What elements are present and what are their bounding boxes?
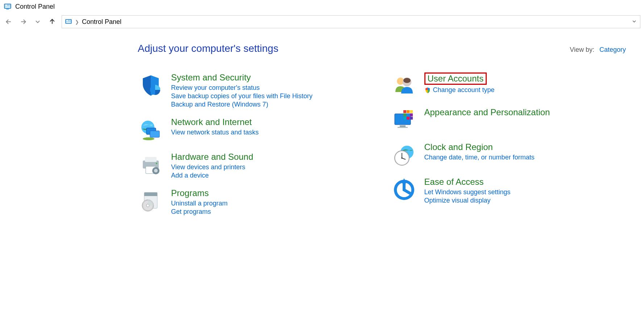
title-bar: Control Panel <box>0 0 644 13</box>
category-link-text: Optimize visual display <box>424 197 491 204</box>
category-title[interactable]: Network and Internet <box>171 117 252 127</box>
category-body: ProgramsUninstall a programGet programs <box>171 188 228 216</box>
category-item: Hardware and SoundView devices and print… <box>138 152 377 179</box>
category-links: Change date, time, or number formats <box>424 154 535 161</box>
category-link[interactable]: View devices and printers <box>171 163 253 171</box>
control-panel-icon <box>65 18 72 25</box>
category-link-text: Add a device <box>171 172 209 179</box>
category-item: Clock and RegionChange date, time, or nu… <box>391 142 630 168</box>
category-link-text: View devices and printers <box>171 163 245 171</box>
svg-point-13 <box>143 137 154 140</box>
category-links: Let Windows suggest settingsOptimize vis… <box>424 188 511 204</box>
category-link[interactable]: Optimize visual display <box>424 197 511 204</box>
category-links: View devices and printersAdd a device <box>171 163 253 179</box>
up-button[interactable] <box>47 17 57 27</box>
category-title[interactable]: Ease of Access <box>424 177 484 187</box>
address-dropdown-button[interactable] <box>631 18 637 25</box>
personalization-icon[interactable] <box>391 107 417 133</box>
content-area: Adjust your computer's settings View by:… <box>0 32 644 239</box>
svg-rect-37 <box>407 113 410 116</box>
category-link-text: Uninstall a program <box>171 200 228 207</box>
category-link[interactable]: Change account type <box>424 86 495 94</box>
category-title[interactable]: Programs <box>171 188 209 198</box>
clock-region-icon[interactable] <box>391 142 417 168</box>
printer-hardware-icon[interactable] <box>138 152 164 178</box>
svg-rect-12 <box>150 131 159 137</box>
category-link[interactable]: View network status and tasks <box>171 129 259 136</box>
svg-rect-33 <box>403 110 406 113</box>
shield-security-icon[interactable] <box>138 72 164 99</box>
svg-point-19 <box>156 163 157 164</box>
control-panel-icon <box>4 3 12 11</box>
category-link-text: Save backup copies of your files with Fi… <box>171 92 312 100</box>
category-title[interactable]: System and Security <box>171 72 251 83</box>
svg-rect-1 <box>5 5 8 6</box>
svg-point-47 <box>401 157 403 159</box>
category-title[interactable]: User Accounts <box>424 72 487 85</box>
category-link-text: Change date, time, or number formats <box>424 154 535 161</box>
category-body: Clock and RegionChange date, time, or nu… <box>424 142 535 161</box>
svg-rect-41 <box>410 117 413 120</box>
uac-shield-icon <box>424 87 431 93</box>
category-link[interactable]: Let Windows suggest settings <box>424 188 511 196</box>
svg-rect-35 <box>410 110 413 113</box>
view-by-control[interactable]: View by: Category <box>570 46 626 54</box>
svg-rect-36 <box>403 113 406 116</box>
category-body: User AccountsChange account type <box>424 72 495 94</box>
category-item: ProgramsUninstall a programGet programs <box>138 188 377 216</box>
window-title: Control Panel <box>15 3 55 11</box>
svg-rect-7 <box>69 20 71 21</box>
category-item: System and SecurityReview your computer'… <box>138 72 377 108</box>
category-body: Appearance and Personalization <box>424 107 550 119</box>
category-link[interactable]: Get programs <box>171 208 228 216</box>
categories-columns: System and SecurityReview your computer'… <box>138 72 630 224</box>
category-link[interactable]: Review your computer's status <box>171 84 312 92</box>
category-title[interactable]: Appearance and Personalization <box>424 107 550 117</box>
svg-rect-38 <box>410 113 413 116</box>
category-link-text: Get programs <box>171 208 211 216</box>
svg-rect-15 <box>145 157 157 162</box>
category-body: System and SecurityReview your computer'… <box>171 72 312 108</box>
svg-rect-34 <box>407 110 410 113</box>
category-title[interactable]: Clock and Region <box>424 142 493 152</box>
view-by-label: View by: <box>570 46 594 54</box>
left-column: System and SecurityReview your computer'… <box>138 72 377 224</box>
category-link-text: Change account type <box>433 86 495 94</box>
svg-rect-40 <box>407 117 410 120</box>
category-link[interactable]: Uninstall a program <box>171 200 228 207</box>
category-links: Change account type <box>424 86 495 94</box>
breadcrumb-chevron-icon[interactable]: ❯ <box>75 19 79 25</box>
category-link[interactable]: Backup and Restore (Windows 7) <box>171 101 312 108</box>
content-header: Adjust your computer's settings View by:… <box>138 43 630 54</box>
svg-rect-2 <box>8 5 10 6</box>
back-button[interactable] <box>4 17 14 27</box>
programs-disc-icon[interactable] <box>138 188 164 214</box>
right-column: User AccountsChange account typeAppearan… <box>391 72 630 224</box>
user-accounts-icon[interactable] <box>391 72 417 99</box>
category-title[interactable]: Hardware and Sound <box>171 152 253 162</box>
address-bar[interactable]: ❯ Control Panel <box>62 15 640 28</box>
recent-dropdown-button[interactable] <box>33 17 43 27</box>
svg-rect-3 <box>5 6 11 8</box>
category-item: Network and InternetView network status … <box>138 117 377 143</box>
category-body: Ease of AccessLet Windows suggest settin… <box>424 177 511 204</box>
svg-rect-6 <box>66 20 68 21</box>
svg-rect-32 <box>398 127 408 128</box>
category-link[interactable]: Save backup copies of your files with Fi… <box>171 92 312 100</box>
svg-point-28 <box>403 78 411 83</box>
category-link[interactable]: Add a device <box>171 172 253 179</box>
category-body: Network and InternetView network status … <box>171 117 259 136</box>
forward-button[interactable] <box>18 17 28 27</box>
category-item: Ease of AccessLet Windows suggest settin… <box>391 177 630 204</box>
category-link-text: Let Windows suggest settings <box>424 188 511 196</box>
navigation-bar: ❯ Control Panel <box>0 13 644 32</box>
breadcrumb-location[interactable]: Control Panel <box>82 18 121 26</box>
view-by-value[interactable]: Category <box>599 46 626 54</box>
category-link[interactable]: Change date, time, or number formats <box>424 154 535 161</box>
category-link-text: View network status and tasks <box>171 129 259 136</box>
category-link-text: Review your computer's status <box>171 84 260 92</box>
svg-rect-31 <box>400 125 406 127</box>
ease-of-access-icon[interactable] <box>391 177 417 203</box>
category-links: Uninstall a programGet programs <box>171 200 228 216</box>
network-globe-icon[interactable] <box>138 117 164 143</box>
